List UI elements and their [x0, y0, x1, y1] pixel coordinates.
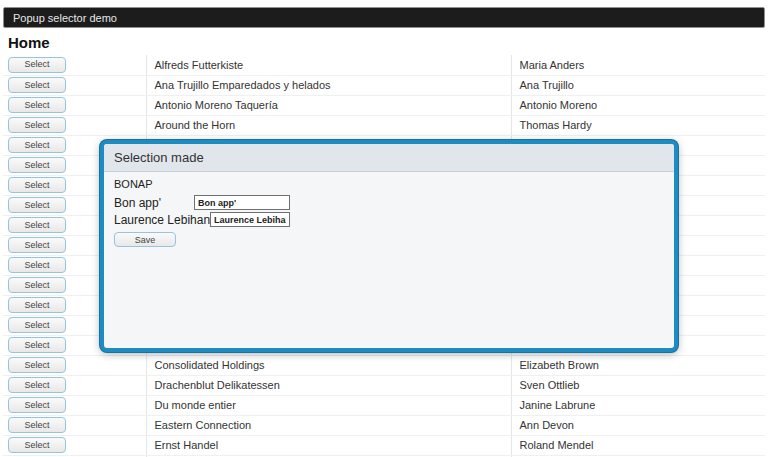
company-cell: Around the Horn [146, 115, 511, 135]
company-cell: Eastern Connection [146, 415, 511, 435]
select-button[interactable]: Select [8, 277, 66, 293]
company-cell: Antonio Moreno Taquería [146, 95, 511, 115]
company-cell: Consolidated Holdings [146, 355, 511, 375]
contact-cell: Roland Mendel [511, 435, 765, 455]
top-navbar: Popup selector demo [3, 7, 765, 28]
select-cell: Select [3, 115, 146, 135]
contact-field-input[interactable] [210, 212, 290, 227]
table-row: SelectDrachenblut DelikatessenSven Ottli… [3, 375, 765, 395]
select-cell: Select [3, 435, 146, 455]
contact-field-row: Laurence Lebihan [114, 212, 290, 227]
select-button[interactable]: Select [8, 177, 66, 193]
save-button[interactable]: Save [114, 232, 176, 247]
contact-cell: Antonio Moreno [511, 95, 765, 115]
select-cell: Select [3, 75, 146, 95]
table-row: SelectEastern ConnectionAnn Devon [3, 415, 765, 435]
select-cell: Select [3, 55, 146, 75]
table-row: SelectAna Trujillo Emparedados y helados… [3, 75, 765, 95]
dialog-body: BONAP Bon app' Laurence Lebihan Save [104, 172, 674, 253]
select-button[interactable]: Select [8, 437, 66, 453]
dialog-title: Selection made [104, 144, 674, 172]
company-cell: Drachenblut Delikatessen [146, 375, 511, 395]
select-button[interactable]: Select [8, 97, 66, 113]
contact-cell: Maria Anders [511, 55, 765, 75]
select-button[interactable]: Select [8, 317, 66, 333]
company-field-row: Bon app' [114, 195, 290, 210]
company-cell: Ernst Handel [146, 435, 511, 455]
table-row: SelectErnst HandelRoland Mendel [3, 435, 765, 455]
company-field-label: Bon app' [114, 196, 194, 210]
select-cell: Select [3, 95, 146, 115]
select-button[interactable]: Select [8, 157, 66, 173]
select-button[interactable]: Select [8, 377, 66, 393]
select-button[interactable]: Select [8, 197, 66, 213]
select-button[interactable]: Select [8, 337, 66, 353]
company-cell: Du monde entier [146, 395, 511, 415]
company-cell: Ana Trujillo Emparedados y helados [146, 75, 511, 95]
contact-cell: Janine Labrune [511, 395, 765, 415]
table-row: SelectConsolidated HoldingsElizabeth Bro… [3, 355, 765, 375]
select-cell: Select [3, 395, 146, 415]
contact-cell: Ana Trujillo [511, 75, 765, 95]
select-button[interactable]: Select [8, 117, 66, 133]
company-cell: Alfreds Futterkiste [146, 55, 511, 75]
contact-cell: Thomas Hardy [511, 115, 765, 135]
select-button[interactable]: Select [8, 397, 66, 413]
select-cell: Select [3, 355, 146, 375]
select-button[interactable]: Select [8, 237, 66, 253]
contact-cell: Elizabeth Brown [511, 355, 765, 375]
page-title: Home [8, 34, 768, 51]
selection-dialog: Selection made BONAP Bon app' Laurence L… [100, 140, 678, 352]
contact-cell: Sven Ottlieb [511, 375, 765, 395]
select-button[interactable]: Select [8, 257, 66, 273]
select-button[interactable]: Select [8, 217, 66, 233]
app-title: Popup selector demo [4, 12, 117, 24]
select-button[interactable]: Select [8, 77, 66, 93]
select-button[interactable]: Select [8, 137, 66, 153]
select-button[interactable]: Select [8, 57, 66, 73]
customer-code: BONAP [114, 178, 664, 190]
select-button[interactable]: Select [8, 357, 66, 373]
table-row: SelectAround the HornThomas Hardy [3, 115, 765, 135]
select-button[interactable]: Select [8, 297, 66, 313]
table-row: SelectAlfreds FutterkisteMaria Anders [3, 55, 765, 75]
company-field-input[interactable] [194, 195, 290, 210]
table-row: SelectAntonio Moreno TaqueríaAntonio Mor… [3, 95, 765, 115]
table-row: SelectDu monde entierJanine Labrune [3, 395, 765, 415]
contact-field-label: Laurence Lebihan [114, 213, 210, 227]
select-cell: Select [3, 415, 146, 435]
contact-cell: Ann Devon [511, 415, 765, 435]
select-cell: Select [3, 375, 146, 395]
select-button[interactable]: Select [8, 417, 66, 433]
